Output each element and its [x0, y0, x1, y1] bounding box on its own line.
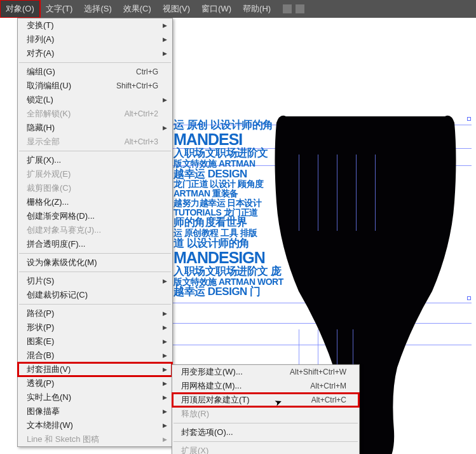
- menu-item-label: 扩展外观(E): [27, 169, 71, 180]
- menu-divider: [19, 253, 171, 254]
- menu-item-label: 封套扭曲(V): [27, 364, 71, 375]
- menu-item[interactable]: 文本绕排(W): [18, 418, 172, 432]
- toolbar-icon[interactable]: [296, 4, 304, 13]
- menu-item[interactable]: 形状(P): [18, 320, 172, 334]
- menu-item-label: 扩展(X)...: [27, 155, 61, 166]
- submenu-item-shortcut: Alt+Ctrl+C: [311, 396, 346, 404]
- menu-item-label: 编组(G): [27, 66, 55, 78]
- menu-item[interactable]: 混合(B): [18, 348, 172, 362]
- menu-item[interactable]: 图像描摹: [18, 404, 172, 418]
- menu-item[interactable]: 栅格化(Z)...: [18, 195, 172, 209]
- menu-item[interactable]: 变换(T): [18, 18, 172, 32]
- menu-item: 扩展外观(E): [18, 167, 172, 181]
- menu-item[interactable]: 实时上色(N): [18, 390, 172, 404]
- menu-divider: [19, 272, 171, 272]
- menu-item[interactable]: 创建裁切标记(C): [18, 288, 172, 302]
- menu-item-label: 隐藏(H): [27, 122, 55, 134]
- menu-item: 显示全部Alt+Ctrl+3: [18, 135, 172, 149]
- menu-select[interactable]: 选择(S): [78, 0, 117, 18]
- toolbar-icon[interactable]: [283, 4, 292, 13]
- menu-window[interactable]: 窗口(W): [196, 0, 237, 18]
- menu-view[interactable]: 视图(V): [157, 0, 196, 18]
- submenu-item[interactable]: 用顶层对象建立(T)Alt+Ctrl+C: [172, 393, 359, 407]
- submenu-item-label: 用网格建立(M)...: [181, 380, 241, 392]
- submenu-item-label: 释放(R): [181, 408, 209, 420]
- menu-item-label: 创建渐变网格(D)...: [27, 210, 95, 222]
- menu-item[interactable]: 透视(P): [18, 376, 172, 390]
- envelope-distort-submenu: 用变形建立(W)...Alt+Shift+Ctrl+W用网格建立(M)...Al…: [172, 364, 360, 454]
- submenu-item-label: 用顶层对象建立(T): [181, 394, 250, 406]
- menu-item-label: 拼合透明度(F)...: [27, 238, 85, 250]
- menu-item-label: 文本绕排(W): [27, 420, 73, 431]
- menu-item[interactable]: 取消编组(U)Shift+Ctrl+G: [18, 79, 172, 93]
- menu-item-shortcut: Ctrl+G: [136, 67, 158, 76]
- menu-item[interactable]: 切片(S): [18, 274, 172, 288]
- menu-item-label: 创建裁切标记(C): [27, 289, 88, 301]
- menu-item[interactable]: 设为像素级优化(M): [18, 256, 172, 270]
- submenu-item-shortcut: Alt+Ctrl+M: [310, 382, 346, 390]
- menu-item-label: 排列(A): [27, 34, 54, 45]
- menu-item-label: 全部解锁(K): [27, 108, 71, 120]
- menu-item-label: 裁剪图像(C): [27, 182, 71, 194]
- menu-item[interactable]: 封套扭曲(V): [18, 362, 172, 376]
- menu-divider: [19, 62, 171, 63]
- menu-divider: [173, 441, 358, 442]
- menu-divider: [19, 304, 171, 305]
- menu-item[interactable]: 对齐(A): [18, 46, 172, 60]
- menu-item-label: 显示全部: [27, 136, 60, 148]
- menu-item-label: 变换(T): [27, 20, 54, 31]
- menu-item-label: 实时上色(N): [27, 392, 71, 403]
- menu-item-label: 栅格化(Z)...: [27, 196, 69, 208]
- menu-item-label: 对齐(A): [27, 48, 54, 59]
- menu-divider: [19, 151, 171, 151]
- menu-item-shortcut: Alt+Ctrl+3: [125, 137, 158, 146]
- menu-divider: [173, 423, 358, 423]
- submenu-item[interactable]: 用网格建立(M)...Alt+Ctrl+M: [172, 379, 359, 393]
- menu-item-label: 取消编组(U): [27, 80, 71, 92]
- menu-item[interactable]: 路径(P): [18, 306, 172, 320]
- menu-item-label: 创建对象马赛克(J)...: [27, 224, 101, 236]
- menu-item-label: 混合(B): [27, 350, 54, 361]
- menu-item-shortcut: Shift+Ctrl+G: [116, 81, 158, 90]
- menu-item[interactable]: 拼合透明度(F)...: [18, 237, 172, 251]
- menu-item-label: 路径(P): [27, 308, 54, 319]
- menu-item-label: 形状(P): [27, 322, 54, 333]
- menu-item[interactable]: 锁定(L): [18, 93, 172, 107]
- object-menu-dropdown: 变换(T)排列(A)对齐(A)编组(G)Ctrl+G取消编组(U)Shift+C…: [17, 18, 173, 447]
- menu-item: 创建对象马赛克(J)...: [18, 223, 172, 237]
- menu-type[interactable]: 文字(T): [40, 0, 79, 18]
- menu-item: 全部解锁(K)Alt+Ctrl+2: [18, 107, 172, 121]
- submenu-item: 释放(R): [172, 407, 359, 421]
- selection-handle[interactable]: [467, 117, 471, 121]
- menu-item-label: 切片(S): [27, 275, 54, 287]
- menu-item-label: 设为像素级优化(M): [27, 257, 97, 268]
- menu-item-shortcut: Alt+Ctrl+2: [125, 109, 158, 118]
- menu-item-label: Line 和 Sketch 图稿: [27, 434, 99, 445]
- menu-item-label: 透视(P): [27, 378, 54, 389]
- menu-object[interactable]: 对象(O): [0, 0, 40, 18]
- menu-help[interactable]: 帮助(H): [237, 0, 276, 18]
- menu-item[interactable]: 创建渐变网格(D)...: [18, 209, 172, 223]
- submenu-item: 扩展(X): [172, 444, 359, 454]
- menu-item[interactable]: 编组(G)Ctrl+G: [18, 65, 172, 79]
- menu-item: 裁剪图像(C): [18, 181, 172, 195]
- menu-item[interactable]: 排列(A): [18, 32, 172, 46]
- menu-item-label: 图案(E): [27, 336, 54, 347]
- submenu-item[interactable]: 封套选项(O)...: [172, 425, 359, 439]
- menu-item: Line 和 Sketch 图稿: [18, 432, 172, 446]
- menu-effect[interactable]: 效果(C): [118, 0, 157, 18]
- submenu-item-label: 用变形建立(W)...: [181, 366, 243, 378]
- menu-item-label: 锁定(L): [27, 94, 53, 106]
- menu-item[interactable]: 图案(E): [18, 334, 172, 348]
- menu-item-label: 图像描摹: [27, 406, 60, 417]
- menu-item[interactable]: 隐藏(H): [18, 121, 172, 135]
- submenu-item-label: 扩展(X): [181, 445, 208, 454]
- submenu-item-label: 封套选项(O)...: [181, 427, 233, 438]
- submenu-item[interactable]: 用变形建立(W)...Alt+Shift+Ctrl+W: [172, 365, 359, 379]
- selection-handle[interactable]: [467, 296, 471, 300]
- menu-item[interactable]: 扩展(X)...: [18, 153, 172, 167]
- menubar: 对象(O) 文字(T) 选择(S) 效果(C) 视图(V) 窗口(W) 帮助(H…: [0, 0, 476, 18]
- submenu-item-shortcut: Alt+Shift+Ctrl+W: [290, 368, 346, 376]
